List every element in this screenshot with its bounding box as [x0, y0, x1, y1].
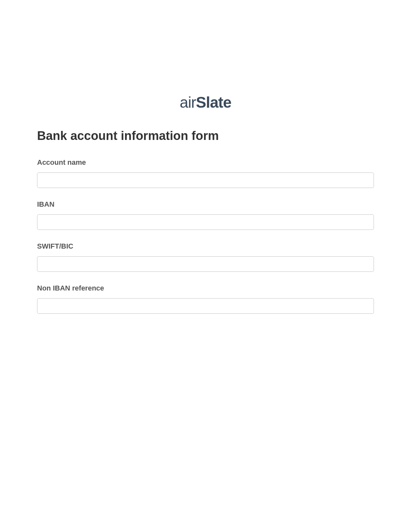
logo-slate-part: Slate — [196, 94, 231, 111]
iban-input[interactable] — [37, 214, 374, 230]
field-iban: IBAN — [37, 200, 374, 230]
iban-label: IBAN — [37, 200, 374, 209]
field-non-iban-reference: Non IBAN reference — [37, 284, 374, 314]
swift-bic-label: SWIFT/BIC — [37, 242, 374, 251]
account-name-input[interactable] — [37, 172, 374, 188]
field-swift-bic: SWIFT/BIC — [37, 242, 374, 272]
non-iban-reference-label: Non IBAN reference — [37, 284, 374, 292]
swift-bic-input[interactable] — [37, 256, 374, 272]
account-name-label: Account name — [37, 158, 374, 167]
form-title: Bank account information form — [37, 129, 374, 143]
non-iban-reference-input[interactable] — [37, 298, 374, 314]
logo-text: airSlate — [180, 94, 231, 111]
logo: airSlate — [37, 94, 374, 111]
field-account-name: Account name — [37, 158, 374, 188]
logo-air-part: air — [180, 94, 196, 111]
form-page: airSlate Bank account information form A… — [0, 0, 411, 314]
